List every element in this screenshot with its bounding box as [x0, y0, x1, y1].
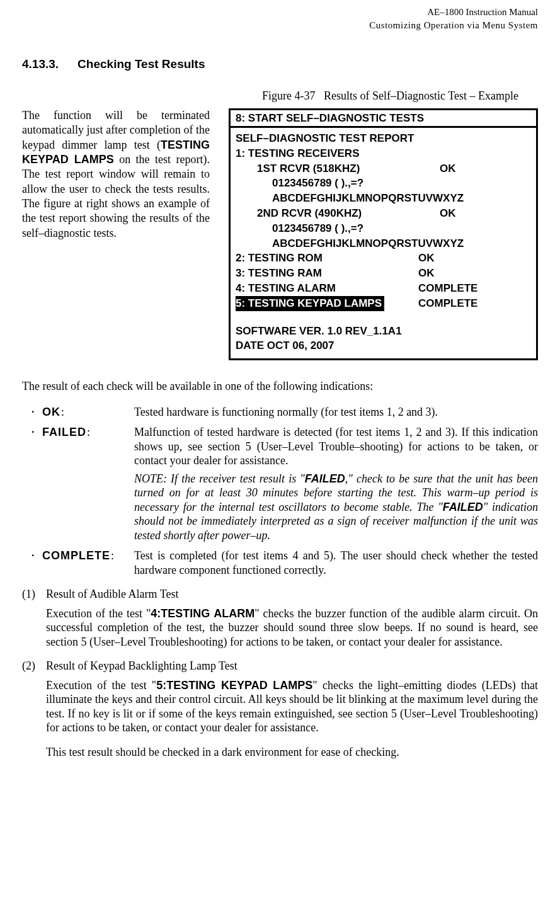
test-report-panel: 8: START SELF–DIAGNOSTIC TESTS SELF–DIAG…	[229, 108, 538, 360]
def-complete: ・COMPLETE: Test is completed (for test i…	[22, 549, 538, 577]
result-intro: The result of each check will be availab…	[22, 379, 538, 394]
software-version: SOFTWARE VER. 1.0 REV_1.1A1	[236, 324, 531, 339]
def-ok: ・OK: Tested hardware is functioning norm…	[22, 405, 538, 419]
rcvr2-status: OK	[440, 206, 456, 221]
sub1-heading: (1) Result of Audible Alarm Test	[22, 587, 538, 602]
rcvr2-chars1: 0123456789 ( ).,=?	[236, 221, 531, 236]
report-date: DATE OCT 06, 2007	[236, 338, 531, 353]
panel-title: 8: START SELF–DIAGNOSTIC TESTS	[231, 110, 536, 128]
test5-label: 5: TESTING KEYPAD LAMPS	[236, 296, 384, 311]
test2-status: OK	[418, 251, 435, 266]
section-title: Checking Test Results	[77, 57, 205, 71]
figure-caption: Figure 4-37 Results of Self–Diagnostic T…	[243, 89, 538, 103]
page-header: AE–1800 Instruction Manual Customizing O…	[22, 6, 538, 31]
test3-label: 3: TESTING RAM	[236, 266, 418, 281]
sub1-body: Execution of the test "4:TESTING ALARM" …	[46, 607, 538, 649]
def-complete-desc: Test is completed (for test items 4 and …	[134, 549, 538, 577]
rcvr2-chars2: ABCDEFGHIJKLMNOPQRSTUVWXYZ	[236, 236, 531, 251]
figure-title: Results of Self–Diagnostic Test – Exampl…	[324, 89, 518, 102]
test4-label: 4: TESTING ALARM	[236, 281, 418, 296]
def-failed: ・FAILED: Malfunction of tested hardware …	[22, 425, 538, 542]
panel-body: SELF–DIAGNOSTIC TEST REPORT 1: TESTING R…	[231, 128, 536, 358]
rcvr1-status: OK	[440, 161, 456, 176]
section-heading: 4.13.3.Checking Test Results	[22, 57, 538, 72]
sub2-heading: (2) Result of Keypad Backlighting Lamp T…	[22, 659, 538, 673]
sub2-body2: This test result should be checked in a …	[46, 745, 538, 760]
header-line2: Customizing Operation via Menu System	[22, 20, 538, 31]
rcvr1-chars2: ABCDEFGHIJKLMNOPQRSTUVWXYZ	[236, 191, 531, 206]
test5-status: COMPLETE	[418, 296, 477, 311]
section-number: 4.13.3.	[22, 57, 59, 71]
sub2-body: Execution of the test "5:TESTING KEYPAD …	[46, 678, 538, 735]
test2-label: 2: TESTING ROM	[236, 251, 418, 266]
test3-status: OK	[418, 266, 435, 281]
rcvr2-label: 2ND RCVR (490KHZ)	[236, 206, 440, 221]
figure-label: Figure 4-37	[262, 89, 316, 102]
left-intro-paragraph: The function will be terminated automati…	[22, 108, 210, 241]
def-ok-desc: Tested hardware is functioning normally …	[134, 405, 538, 419]
header-line1: AE–1800 Instruction Manual	[22, 6, 538, 18]
rcvr1-label: 1ST RCVR (518KHZ)	[236, 161, 440, 176]
report-heading: SELF–DIAGNOSTIC TEST REPORT	[236, 131, 531, 146]
def-failed-note: NOTE: If the receiver test result is "FA…	[134, 472, 538, 543]
test1-label: 1: TESTING RECEIVERS	[236, 146, 531, 161]
def-failed-desc: Malfunction of tested hardware is detect…	[134, 426, 538, 467]
rcvr1-chars1: 0123456789 ( ).,=?	[236, 176, 531, 191]
test4-status: COMPLETE	[418, 281, 477, 296]
